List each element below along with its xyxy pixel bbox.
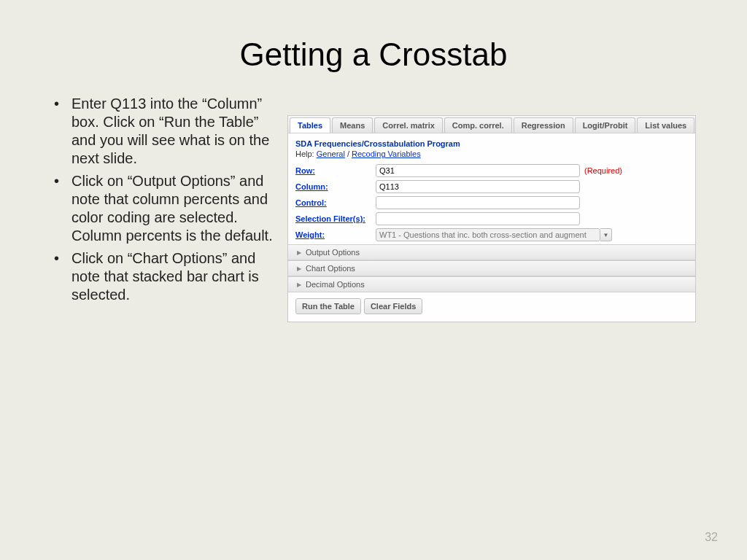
help-general-link[interactable]: General: [317, 149, 345, 158]
weight-input[interactable]: [376, 228, 600, 241]
tab-logit-probit[interactable]: Logit/Probit: [575, 117, 636, 133]
screenshot-panel: Tables Means Correl. matrix Comp. correl…: [287, 115, 696, 322]
triangle-right-icon: ▶: [297, 281, 301, 288]
accordion-label: Chart Options: [306, 264, 355, 273]
help-recoding-link[interactable]: Recoding Variables: [352, 149, 421, 158]
help-label: Help:: [295, 149, 317, 158]
accordion-output-options[interactable]: ▶ Output Options: [288, 244, 695, 260]
tab-regression[interactable]: Regression: [514, 117, 573, 133]
help-line: Help: General / Recoding Variables: [295, 149, 688, 158]
accordion-decimal-options[interactable]: ▶ Decimal Options: [288, 276, 695, 292]
accordion-chart-options[interactable]: ▶ Chart Options: [288, 260, 695, 276]
row-input[interactable]: [376, 164, 580, 177]
bullet-item: Click on “Output Options” and note that …: [51, 172, 274, 245]
triangle-right-icon: ▶: [297, 249, 301, 256]
column-input[interactable]: [376, 180, 580, 193]
tab-list-values[interactable]: List values: [637, 117, 694, 133]
bullet-list: Enter Q113 into the “Column” box. Click …: [51, 95, 274, 322]
run-table-button[interactable]: Run the Table: [295, 298, 361, 314]
page-number: 32: [705, 531, 718, 544]
selection-filter-input[interactable]: [376, 212, 580, 225]
tab-comp-correl[interactable]: Comp. correl.: [444, 117, 512, 133]
accordion-label: Output Options: [306, 248, 360, 257]
control-input[interactable]: [376, 196, 580, 209]
program-title: SDA Frequencies/Crosstabulation Program: [295, 139, 688, 148]
control-label[interactable]: Control:: [295, 198, 376, 207]
bullet-item: Enter Q113 into the “Column” box. Click …: [51, 95, 274, 168]
clear-fields-button[interactable]: Clear Fields: [364, 298, 422, 314]
tab-correl-matrix[interactable]: Correl. matrix: [374, 117, 443, 133]
weight-dropdown-caret[interactable]: ▼: [600, 228, 612, 241]
column-label[interactable]: Column:: [295, 182, 376, 191]
row-label[interactable]: Row:: [295, 166, 376, 175]
selection-filter-label[interactable]: Selection Filter(s):: [295, 214, 376, 223]
slide-title: Getting a Crosstab: [0, 0, 747, 95]
accordion: ▶ Output Options ▶ Chart Options ▶ Decim…: [288, 244, 695, 292]
help-sep: /: [345, 149, 352, 158]
tab-means[interactable]: Means: [332, 117, 373, 133]
bullet-item: Click on “Chart Options” and note that s…: [51, 249, 274, 304]
required-label: (Required): [584, 166, 622, 175]
tab-tables[interactable]: Tables: [290, 117, 330, 133]
tab-bar: Tables Means Correl. matrix Comp. correl…: [288, 116, 695, 133]
chevron-down-icon: ▼: [603, 232, 609, 238]
weight-label[interactable]: Weight:: [295, 230, 376, 239]
accordion-label: Decimal Options: [306, 280, 365, 289]
triangle-right-icon: ▶: [297, 265, 301, 272]
